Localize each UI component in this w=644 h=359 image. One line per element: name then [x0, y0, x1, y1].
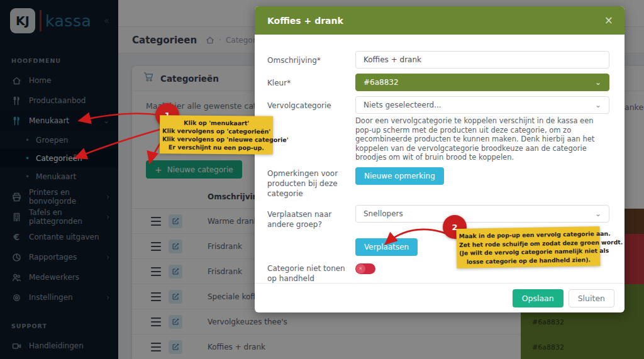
- chevron-down-icon: ⌄: [595, 78, 601, 87]
- kleur-select[interactable]: #6a8832 ⌄: [355, 74, 609, 91]
- verplaatsen-value: Snellopers: [364, 209, 403, 218]
- handheld-label: Categorie niet tonen op handheld: [267, 263, 355, 284]
- vervolgcategorie-label: Vervolgcategorie: [267, 96, 355, 114]
- verplaatsen-label: Verplaatsen naar andere groep?: [267, 205, 355, 229]
- callout-line: Klik op 'menukaart': [162, 118, 270, 127]
- vervolgcategorie-help-text: Door een vervolgcategorie te koppelen ve…: [355, 116, 609, 162]
- kleur-value: #6a8832: [364, 78, 399, 87]
- toggle-x-icon: ×: [359, 266, 362, 272]
- sluiten-button[interactable]: Sluiten: [569, 289, 614, 307]
- callout-line: Klik vervolgens op 'nieuwe categorie': [162, 135, 270, 143]
- chevron-down-icon: ⌄: [595, 209, 601, 218]
- callout-line: Er verschijnt nu een pop-up.: [162, 143, 270, 152]
- step-1-callout: Klik op 'menukaart' Klik vervolgens op '…: [160, 115, 273, 154]
- modal-header: Koffies + drank ×: [255, 6, 625, 35]
- nieuwe-opmerking-button[interactable]: Nieuwe opmerking: [355, 167, 444, 185]
- modal-footer: Opslaan Sluiten: [255, 283, 625, 312]
- verplaatsen-select[interactable]: Snellopers ⌄: [355, 205, 609, 223]
- opmerkingen-label: Opmerkingen voor producten bij deze cate…: [267, 167, 355, 199]
- chevron-down-icon: ⌄: [595, 101, 601, 109]
- verplaatsen-button[interactable]: Verplaatsen: [355, 238, 418, 256]
- kleur-label: Kleur*: [267, 74, 355, 91]
- save-button[interactable]: Opslaan: [513, 289, 564, 307]
- omschrijving-label: Omschrijving*: [267, 51, 355, 69]
- toggle-knob: ×: [356, 264, 365, 273]
- modal-title: Koffies + drank: [267, 16, 343, 26]
- close-icon[interactable]: ×: [604, 15, 613, 26]
- handheld-toggle[interactable]: ×: [355, 263, 375, 274]
- step-2-callout: Maak in de pop-up een vervolg categorie …: [456, 226, 600, 268]
- spacer: [267, 238, 355, 256]
- callout-line: Klik vervolgens op 'categorieën': [162, 126, 270, 135]
- omschrijving-input[interactable]: [355, 51, 609, 69]
- app-root: { "icons": { "collapse": "«", "chevron_d…: [0, 0, 644, 359]
- category-modal: Koffies + drank × Omschrijving* Kleur* #…: [255, 6, 625, 312]
- vervolgcategorie-value: Niets geselecteerd...: [364, 101, 441, 109]
- vervolgcategorie-select[interactable]: Niets geselecteerd... ⌄: [355, 96, 609, 114]
